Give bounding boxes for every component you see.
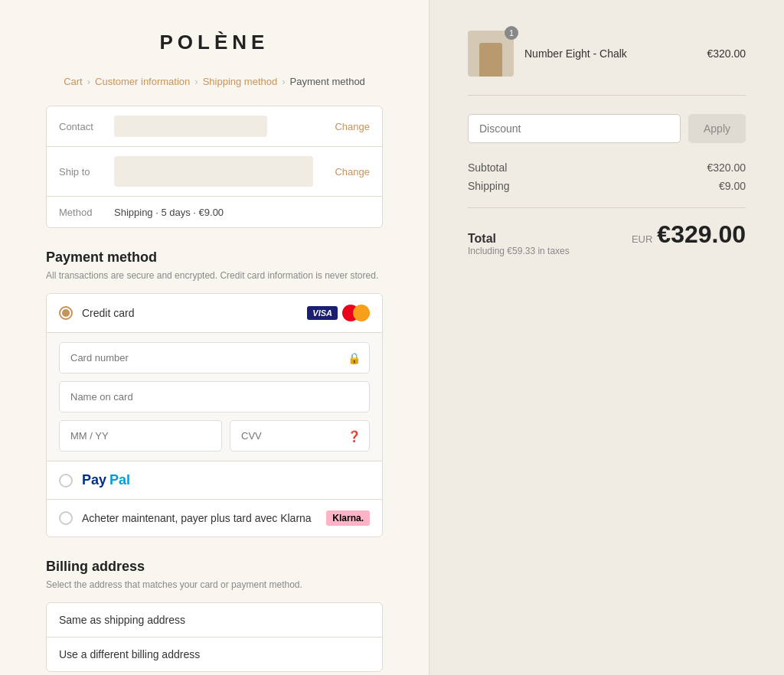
product-row: 1 Number Eight - Chalk €320.00 — [468, 31, 746, 96]
card-number-row: 🔒 — [59, 342, 370, 373]
klarna-label: Acheter maintenant, payer plus tard avec… — [82, 512, 326, 524]
same-address-label: Same as shipping address — [59, 614, 185, 626]
left-panel: POLÈNE Cart › Customer information › Shi… — [0, 0, 429, 675]
billing-box: Same as shipping address Use a different… — [46, 602, 383, 672]
total-label-wrap: Total Including €59.33 in taxes — [468, 232, 570, 256]
total-amount-wrap: EUR €329.00 — [632, 220, 746, 249]
shipping-value: €9.00 — [719, 180, 746, 192]
breadcrumb-sep2: › — [194, 76, 198, 87]
credit-card-option[interactable]: Credit card VISA — [47, 294, 382, 333]
product-image-inner — [479, 43, 502, 77]
klarna-radio[interactable] — [59, 511, 73, 525]
method-row: Method Shipping · 5 days · €9.00 — [47, 197, 382, 227]
logo-text: POLÈNE — [160, 31, 270, 54]
total-row: Total Including €59.33 in taxes EUR €329… — [468, 220, 746, 256]
payment-section: Payment method All transactions are secu… — [46, 249, 383, 537]
paypal-radio[interactable] — [59, 474, 73, 488]
summary-rows: Subtotal €320.00 Shipping €9.00 — [468, 161, 746, 192]
product-image-wrap: 1 — [468, 31, 514, 77]
breadcrumb-customer-info[interactable]: Customer information — [95, 76, 190, 87]
card-icons: VISA — [307, 305, 370, 321]
ship-to-row: Ship to Change — [47, 147, 382, 197]
method-value: Shipping · 5 days · €9.00 — [114, 206, 370, 218]
breadcrumb-shipping[interactable]: Shipping method — [203, 76, 278, 87]
product-name: Number Eight - Chalk — [524, 47, 696, 60]
total-divider — [468, 207, 746, 208]
lock-icon: 🔒 — [348, 352, 361, 364]
info-box: Contact Change Ship to Change Method Shi… — [46, 106, 383, 228]
expiry-input[interactable] — [59, 420, 222, 452]
same-address-option[interactable]: Same as shipping address — [47, 603, 382, 638]
ship-to-input[interactable] — [114, 156, 313, 187]
payment-box: Credit card VISA 🔒 — [46, 293, 383, 537]
expiry-cvv-row: ❓ — [59, 420, 370, 452]
contact-input[interactable] — [114, 116, 267, 137]
billing-section: Billing address Select the address that … — [46, 559, 383, 672]
different-address-label: Use a different billing address — [59, 648, 200, 660]
total-amount: €329.00 — [657, 220, 746, 249]
method-label: Method — [59, 207, 114, 218]
klarna-option[interactable]: Acheter maintenant, payer plus tard avec… — [47, 500, 382, 536]
discount-input[interactable] — [468, 114, 681, 143]
breadcrumb-cart[interactable]: Cart — [64, 76, 83, 87]
paypal-logo: PayPal — [82, 472, 130, 488]
cvv-wrap: ❓ — [230, 420, 370, 452]
name-on-card-input[interactable] — [59, 381, 370, 412]
logo: POLÈNE — [46, 31, 383, 54]
card-number-wrap: 🔒 — [59, 342, 370, 373]
breadcrumb-current: Payment method — [290, 76, 365, 87]
breadcrumb: Cart › Customer information › Shipping m… — [46, 76, 383, 87]
breadcrumb-sep3: › — [282, 76, 285, 87]
total-currency: EUR — [632, 233, 652, 245]
card-number-input[interactable] — [59, 342, 370, 373]
apply-discount-button[interactable]: Apply — [688, 114, 746, 143]
contact-value — [114, 116, 335, 137]
billing-title: Billing address — [46, 559, 383, 575]
contact-row: Contact Change — [47, 106, 382, 147]
right-panel: 1 Number Eight - Chalk €320.00 Apply Sub… — [429, 0, 784, 675]
subtotal-row: Subtotal €320.00 — [468, 161, 746, 174]
paypal-option[interactable]: PayPal — [47, 461, 382, 500]
breadcrumb-sep1: › — [87, 76, 90, 87]
discount-row: Apply — [468, 114, 746, 143]
billing-subtitle: Select the address that matches your car… — [46, 579, 383, 590]
name-on-card-row — [59, 381, 370, 412]
mastercard-icon — [342, 305, 370, 321]
visa-icon: VISA — [307, 306, 338, 320]
ship-to-label: Ship to — [59, 166, 114, 178]
card-fields: 🔒 ❓ — [47, 333, 382, 461]
product-badge: 1 — [505, 26, 518, 40]
subtotal-label: Subtotal — [468, 161, 507, 174]
contact-change[interactable]: Change — [335, 121, 370, 132]
shipping-label: Shipping — [468, 180, 510, 192]
shipping-row: Shipping €9.00 — [468, 180, 746, 192]
subtotal-value: €320.00 — [707, 161, 746, 174]
contact-label: Contact — [59, 121, 114, 132]
payment-title: Payment method — [46, 249, 383, 266]
method-text: Shipping · 5 days · €9.00 — [114, 207, 224, 218]
total-tax: Including €59.33 in taxes — [468, 246, 570, 256]
product-price: €320.00 — [707, 47, 746, 60]
credit-card-label: Credit card — [82, 307, 307, 319]
ship-to-value — [114, 156, 335, 187]
payment-subtitle: All transactions are secure and encrypte… — [46, 270, 383, 281]
klarna-badge: Klarna. — [326, 510, 370, 526]
cvv-help-icon[interactable]: ❓ — [348, 430, 361, 442]
total-label: Total — [468, 232, 570, 246]
credit-card-radio[interactable] — [59, 306, 73, 320]
different-address-option[interactable]: Use a different billing address — [47, 638, 382, 671]
ship-to-change[interactable]: Change — [335, 166, 370, 178]
